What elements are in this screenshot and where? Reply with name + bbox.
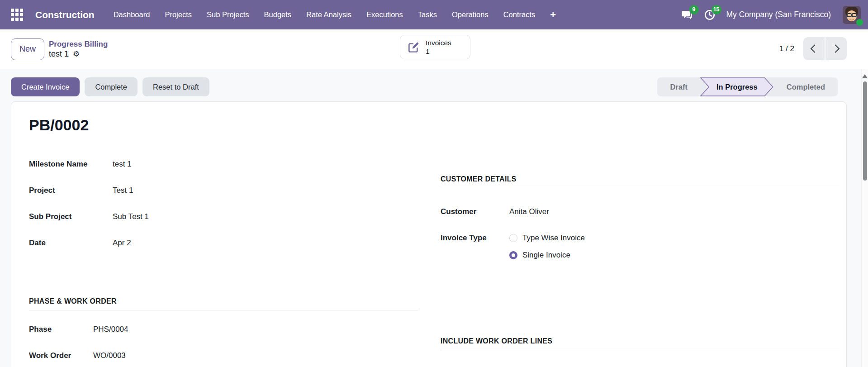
apps-grid-icon[interactable] (11, 9, 23, 21)
app-name[interactable]: Construction (35, 10, 95, 20)
sub-project-value[interactable]: Sub Test 1 (113, 212, 149, 221)
date-label: Date (29, 238, 113, 248)
scrollbar-thumb[interactable] (863, 81, 867, 181)
radio-checked-icon[interactable] (509, 251, 517, 259)
general-fields-group: Milestone Name test 1 Project Test 1 Sub… (29, 160, 418, 265)
invoices-button-count: 1 (426, 47, 430, 56)
menu-dashboard[interactable]: Dashboard (114, 10, 150, 19)
milestone-name-value[interactable]: test 1 (113, 160, 132, 169)
activities-badge: 15 (711, 5, 721, 14)
phase-row: Phase PHS/0004 (29, 325, 418, 334)
statusbar: Draft In Progress Completed (657, 77, 838, 96)
breadcrumb-current-label: test 1 (49, 49, 69, 59)
customer-value[interactable]: Anita Oliver (509, 207, 549, 216)
breadcrumb-current: test 1 ⚙ (49, 49, 108, 59)
menu-plus-icon[interactable]: + (550, 10, 556, 20)
phase-work-order-group: PHASE & WORK ORDER Phase PHS/0004 Work O… (29, 297, 418, 367)
menu-executions[interactable]: Executions (366, 10, 403, 19)
project-value[interactable]: Test 1 (113, 186, 133, 195)
work-order-label: Work Order (29, 351, 93, 360)
invoices-smart-button[interactable]: Invoices 1 (400, 35, 470, 59)
main-menu: Dashboard Projects Sub Projects Budgets … (114, 10, 556, 20)
include-work-order-lines-heading: INCLUDE WORK ORDER LINES (441, 337, 840, 350)
status-draft[interactable]: Draft (657, 77, 700, 96)
sub-project-label: Sub Project (29, 212, 113, 221)
edit-invoice-icon (408, 41, 420, 53)
invoices-button-label: Invoices (426, 38, 451, 47)
radio-single-invoice-label: Single Invoice (522, 251, 570, 260)
user-menu[interactable] (843, 6, 861, 24)
date-value[interactable]: Apr 2 (113, 238, 131, 248)
control-panel: New Progress Billing test 1 ⚙ Invoices 1… (0, 29, 868, 69)
radio-unchecked-icon[interactable] (509, 234, 517, 242)
form-sheet: PB/0002 Milestone Name test 1 Project Te… (11, 101, 847, 367)
work-order-value[interactable]: WO/0003 (93, 351, 126, 360)
menu-contracts[interactable]: Contracts (503, 10, 536, 19)
customer-row: Customer Anita Oliver (441, 207, 840, 217)
messages-badge: 9 (689, 5, 699, 14)
sub-project-row: Sub Project Sub Test 1 (29, 212, 418, 222)
new-button[interactable]: New (11, 38, 44, 60)
breadcrumb-parent-link[interactable]: Progress Billing (49, 40, 108, 49)
radio-type-wise-invoice[interactable]: Type Wise Invoice (509, 234, 585, 243)
status-in-progress-label: In Progress (716, 83, 758, 91)
phase-work-order-heading: PHASE & WORK ORDER (29, 297, 418, 310)
invoice-type-label: Invoice Type (441, 234, 509, 243)
date-row: Date Apr 2 (29, 238, 418, 248)
phase-value[interactable]: PHS/0004 (93, 325, 128, 334)
customer-details-heading: CUSTOMER DETAILS (441, 175, 840, 188)
record-title: PB/0002 (29, 116, 89, 134)
pager-previous-button[interactable] (803, 37, 825, 60)
scrollbar-up-arrow-icon[interactable] (862, 74, 868, 78)
milestone-name-label: Milestone Name (29, 160, 113, 169)
project-label: Project (29, 186, 113, 195)
status-completed[interactable]: Completed (774, 77, 838, 96)
pager-count: 1 / 2 (779, 44, 794, 53)
messages-icon[interactable]: 9 (681, 9, 693, 21)
include-work-order-lines-group: INCLUDE WORK ORDER LINES (441, 337, 840, 350)
phase-label: Phase (29, 325, 93, 334)
menu-projects[interactable]: Projects (165, 10, 192, 19)
top-navbar: Construction Dashboard Projects Sub Proj… (0, 0, 868, 29)
radio-type-wise-invoice-label: Type Wise Invoice (522, 234, 585, 243)
menu-sub-projects[interactable]: Sub Projects (207, 10, 249, 19)
gear-icon[interactable]: ⚙ (73, 50, 80, 58)
work-order-row: Work Order WO/0003 (29, 351, 418, 361)
menu-rate-analysis[interactable]: Rate Analysis (306, 10, 351, 19)
chevron-right-icon (831, 44, 840, 52)
pager-buttons (803, 37, 847, 60)
menu-budgets[interactable]: Budgets (264, 10, 292, 19)
customer-details-group: CUSTOMER DETAILS Customer Anita Oliver I… (441, 175, 840, 276)
navbar-right: 9 15 My Company (San Francisco) (681, 6, 861, 24)
action-buttons: Create Invoice Complete Reset to Draft (11, 77, 209, 96)
invoice-type-options: Type Wise Invoice Single Invoice (509, 234, 585, 260)
reset-to-draft-button[interactable]: Reset to Draft (142, 77, 209, 96)
menu-tasks[interactable]: Tasks (418, 10, 437, 19)
company-switcher[interactable]: My Company (San Francisco) (726, 10, 831, 19)
create-invoice-button[interactable]: Create Invoice (11, 77, 80, 96)
form-view: Create Invoice Complete Reset to Draft D… (0, 69, 868, 367)
complete-button[interactable]: Complete (85, 77, 138, 96)
customer-label: Customer (441, 207, 509, 216)
record-pager: 1 / 2 (779, 37, 847, 60)
menu-operations[interactable]: Operations (452, 10, 489, 19)
milestone-name-row: Milestone Name test 1 (29, 160, 418, 169)
online-status-dot (856, 19, 863, 26)
radio-single-invoice[interactable]: Single Invoice (509, 251, 585, 260)
status-in-progress[interactable]: In Progress (700, 77, 774, 96)
invoice-type-row: Invoice Type Type Wise Invoice Single In… (441, 234, 840, 260)
vertical-scrollbar[interactable] (861, 69, 868, 367)
activities-icon[interactable]: 15 (704, 9, 716, 21)
pager-next-button[interactable] (825, 37, 847, 60)
project-row: Project Test 1 (29, 186, 418, 195)
chevron-left-icon (811, 44, 819, 52)
breadcrumb: Progress Billing test 1 ⚙ (49, 40, 108, 59)
invoices-button-text: Invoices 1 (426, 38, 451, 56)
